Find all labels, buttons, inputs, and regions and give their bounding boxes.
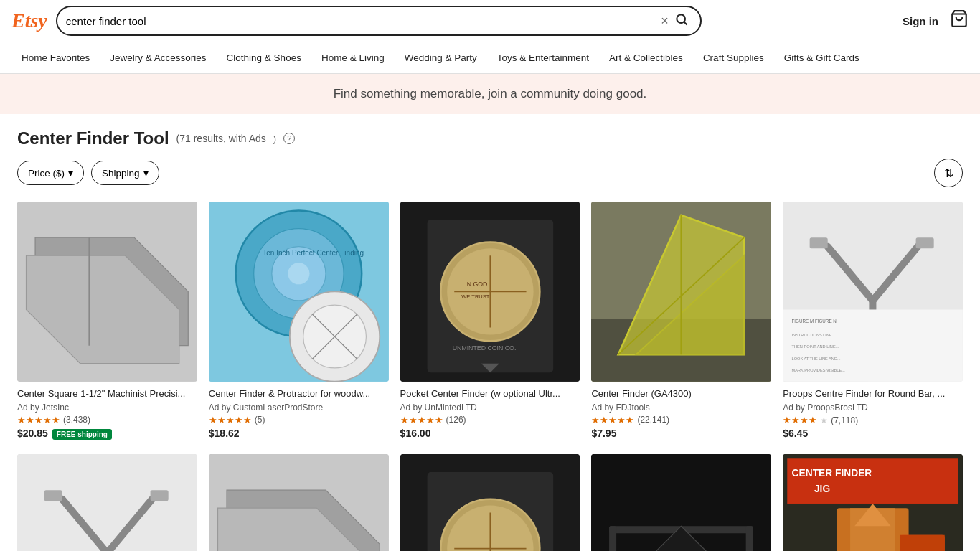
product-image: FIGURE M FIGURE N INSTRUCTIONS ONE... xyxy=(17,454,197,551)
nav-item-clothing-shoes[interactable]: Clothing & Shoes xyxy=(217,42,311,73)
search-button[interactable] xyxy=(672,12,692,30)
search-bar: × xyxy=(56,6,702,36)
sort-button[interactable]: ⇅ xyxy=(934,159,963,187)
product-image-svg: IN GOD WE TRUST UNMINTED COIN CO. xyxy=(400,202,580,382)
product-image-svg: CENTER FINDER JIG ED R SHOP NATION xyxy=(783,454,963,551)
product-image-svg: UNMINTED COIN CO. xyxy=(400,454,580,551)
product-rating: ★★★★★ (5) xyxy=(209,415,389,425)
product-card[interactable]: Center Square 1-1/2" Machinist Precisi..… xyxy=(17,202,197,440)
product-card[interactable]: Center Finder (GA4300) Ad by FDJtools ★★… xyxy=(591,202,771,440)
nav-item-art-collectibles[interactable]: Art & Collectibles xyxy=(599,42,693,73)
nav-item-wedding-party[interactable]: Wedding & Party xyxy=(395,42,487,73)
product-image-svg xyxy=(591,202,771,382)
header: Etsy × Sign in xyxy=(0,0,980,42)
price-filter-arrow: ▾ xyxy=(68,167,73,179)
svg-text:WE TRUST: WE TRUST xyxy=(461,293,490,300)
cart-icon xyxy=(950,9,969,28)
rating-count: (126) xyxy=(446,415,466,425)
product-card[interactable]: UNMINTED COIN CO. xyxy=(400,454,580,551)
nav-item-home-living[interactable]: Home & Living xyxy=(311,42,395,73)
svg-rect-67 xyxy=(609,526,616,551)
search-input[interactable] xyxy=(66,15,658,27)
svg-rect-37 xyxy=(916,237,934,248)
product-image: UNMINTED COIN CO. xyxy=(400,454,580,551)
nav-item-toys-entertainment[interactable]: Toys & Entertainment xyxy=(487,42,599,73)
price-filter-label: Price ($) xyxy=(28,168,65,179)
product-card[interactable] xyxy=(209,454,389,551)
results-header: Center Finder Tool (71 results, with Ads… xyxy=(17,128,963,149)
svg-text:LOOK AT THE LINE AND...: LOOK AT THE LINE AND... xyxy=(792,357,842,361)
product-price: $20.85FREE shipping xyxy=(17,428,197,440)
stars: ★★★★ xyxy=(783,415,817,425)
product-image: FIGURE M FIGURE N INSTRUCTIONS ONE... TH… xyxy=(783,202,963,382)
product-title: Center Square 1-1/2" Machinist Precisi..… xyxy=(17,387,197,400)
product-seller: Ad by ProopsBrosLTD xyxy=(783,402,963,413)
svg-rect-50 xyxy=(151,490,169,501)
product-card[interactable]: CENTER FINDER JIG ED R SHOP NATION xyxy=(783,454,963,551)
product-image xyxy=(591,202,771,382)
svg-rect-36 xyxy=(810,237,828,248)
stars: ★★★★★ xyxy=(209,415,252,425)
svg-rect-49 xyxy=(44,490,62,501)
search-icon xyxy=(674,12,689,27)
product-price: $16.00 xyxy=(400,428,580,439)
rating-count: (7,118) xyxy=(831,415,858,425)
product-rating: ★★★★★ (3,438) xyxy=(17,415,197,425)
clear-search-button[interactable]: × xyxy=(658,14,672,29)
product-image: CENTER FINDER JIG ED R SHOP NATION xyxy=(783,454,963,551)
nav-item-home-favorites[interactable]: Home Favorites xyxy=(11,42,100,73)
svg-text:Ten Inch Perfect Center Findin: Ten Inch Perfect Center Finding xyxy=(263,249,364,257)
product-seller: Ad by JetsInc xyxy=(17,402,197,413)
products-grid: Center Square 1-1/2" Machinist Precisi..… xyxy=(17,202,963,551)
cart-button[interactable] xyxy=(950,9,969,32)
info-icon[interactable]: ? xyxy=(283,133,295,144)
product-card[interactable]: Ten Inch Perfect Center Finding Center F… xyxy=(209,202,389,440)
svg-text:JIG: JIG xyxy=(814,484,830,494)
svg-point-11 xyxy=(288,263,309,284)
free-shipping-badge: FREE shipping xyxy=(52,429,112,440)
product-card[interactable]: IN GOD WE TRUST UNMINTED COIN CO. Pocket… xyxy=(400,202,580,440)
product-image-svg: Ten Inch Perfect Center Finding xyxy=(209,202,389,382)
product-image-svg: FIGURE M FIGURE N INSTRUCTIONS ONE... TH… xyxy=(783,202,963,382)
product-title: Center Finder & Protractor for woodw... xyxy=(209,387,389,400)
shipping-filter-arrow: ▾ xyxy=(143,167,149,179)
product-price: $6.45 xyxy=(783,428,963,439)
product-rating: ★★★★★ (126) xyxy=(400,415,580,425)
product-image: Ten Inch Perfect Center Finding xyxy=(209,202,389,382)
etsy-logo[interactable]: Etsy xyxy=(11,9,47,32)
results-info: ) xyxy=(273,133,276,144)
svg-text:IN GOD: IN GOD xyxy=(465,281,487,288)
product-card[interactable]: < SQUARELOCK MX > xyxy=(591,454,771,551)
rating-count: (22,141) xyxy=(637,415,669,425)
product-image xyxy=(17,202,197,382)
product-rating: ★★★★★ (7,118) xyxy=(783,415,963,425)
filters-bar: Price ($) ▾ Shipping ▾ ⇅ xyxy=(17,159,963,187)
nav-item-craft-supplies[interactable]: Craft Supplies xyxy=(693,42,774,73)
stars: ★★★★★ xyxy=(400,415,443,425)
product-image-svg: < SQUARELOCK MX > xyxy=(591,454,771,551)
nav-item-gifts[interactable]: Gifts & Gift Cards xyxy=(774,42,870,73)
sort-icon: ⇅ xyxy=(944,166,953,180)
svg-text:CENTER FINDER: CENTER FINDER xyxy=(792,468,872,479)
svg-point-0 xyxy=(677,14,685,23)
product-title: Pocket Center Finder (w optional Ultr... xyxy=(400,387,580,400)
product-card[interactable]: FIGURE M FIGURE N INSTRUCTIONS ONE... TH… xyxy=(783,202,963,440)
product-price: $18.62 xyxy=(209,428,389,439)
results-title: Center Finder Tool xyxy=(17,128,169,149)
results-count: (71 results, with Ads xyxy=(176,133,266,144)
svg-text:THEN POINT AND LINE...: THEN POINT AND LINE... xyxy=(792,344,839,349)
price-filter-button[interactable]: Price ($) ▾ xyxy=(17,161,84,185)
product-price: $7.95 xyxy=(591,428,771,439)
banner-text: Find something memorable, join a communi… xyxy=(334,87,647,100)
header-actions: Sign in xyxy=(903,9,969,32)
product-image-svg: FIGURE M FIGURE N INSTRUCTIONS ONE... xyxy=(17,454,197,551)
shipping-filter-button[interactable]: Shipping ▾ xyxy=(91,161,159,185)
svg-line-1 xyxy=(684,22,687,24)
rating-count: (5) xyxy=(255,415,265,425)
product-card[interactable]: FIGURE M FIGURE N INSTRUCTIONS ONE... xyxy=(17,454,197,551)
product-image xyxy=(209,454,389,551)
product-image: < SQUARELOCK MX > xyxy=(591,454,771,551)
product-seller: Ad by UnMintedLTD xyxy=(400,402,580,413)
nav-item-jewelry[interactable]: Jewelry & Accessories xyxy=(100,42,216,73)
sign-in-button[interactable]: Sign in xyxy=(903,15,938,27)
